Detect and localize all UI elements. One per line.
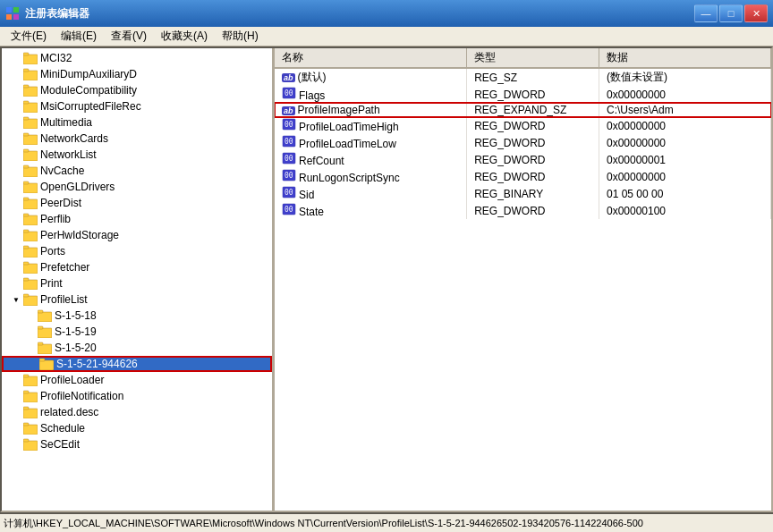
tree-item-label: Perflib (40, 213, 71, 225)
svg-rect-23 (23, 198, 29, 200)
svg-rect-16 (23, 151, 38, 161)
tree-item[interactable]: NvCache (2, 163, 272, 179)
tree-item[interactable]: PeerDist (2, 195, 272, 211)
cell-data: 0x00000001 (599, 151, 770, 168)
folder-icon (23, 68, 38, 80)
status-bar: 计算机\HKEY_LOCAL_MACHINE\SOFTWARE\Microsof… (0, 512, 773, 532)
tree-item[interactable]: S-1-5-21-944626 (2, 356, 272, 372)
tree-item[interactable]: S-1-5-18 (2, 308, 272, 324)
tree-item[interactable]: S-1-5-19 (2, 324, 272, 340)
minimize-button[interactable]: — (694, 4, 718, 22)
tree-item-label: Ports (40, 245, 65, 258)
svg-rect-45 (23, 375, 29, 377)
svg-rect-14 (23, 135, 38, 145)
svg-rect-35 (23, 294, 29, 297)
dword-reg-icon: 00 (282, 203, 296, 218)
menu-edit[interactable]: 编辑(E) (54, 27, 104, 46)
tree-item-label: MiniDumpAuxiliaryD (40, 68, 137, 80)
folder-icon (38, 309, 52, 322)
tree-item[interactable]: Ports (2, 243, 272, 259)
svg-text:00: 00 (285, 155, 293, 163)
svg-rect-4 (23, 55, 38, 64)
tree-item[interactable]: PerHwIdStorage (2, 227, 272, 243)
tree-item[interactable]: MsiCorruptedFileRec (2, 98, 272, 114)
tree-item[interactable]: Print (2, 275, 272, 291)
tree-item-label: S-1-5-19 (55, 325, 97, 338)
cell-type: REG_DWORD (467, 117, 599, 134)
registry-values[interactable]: 名称 类型 数据 ab(默认)REG_SZ(数值未设置) 00 FlagsREG… (275, 48, 771, 511)
tree-item[interactable]: NetworkList (2, 147, 272, 163)
tree-item[interactable]: OpenGLDrivers (2, 179, 272, 195)
cell-type: REG_DWORD (467, 134, 599, 151)
svg-rect-39 (38, 326, 43, 329)
tree-item[interactable]: SeCEdit (2, 436, 272, 452)
col-name: 名称 (275, 48, 467, 68)
svg-rect-50 (23, 425, 38, 435)
tree-item[interactable]: ModuleCompatibility (2, 82, 272, 98)
tree-item[interactable]: S-1-5-20 (2, 340, 272, 356)
tree-item-label: NetworkCards (40, 132, 108, 145)
table-row[interactable]: 00 SidREG_BINARY01 05 00 00 (275, 185, 771, 202)
tree-item[interactable]: ▼ ProfileList (2, 291, 272, 308)
folder-icon (23, 52, 38, 64)
tree-item[interactable]: ProfileLoader (2, 372, 272, 388)
table-row[interactable]: 00 ProfileLoadTimeHighREG_DWORD0x0000000… (275, 117, 771, 134)
menu-view[interactable]: 查看(V) (104, 27, 154, 46)
svg-text:00: 00 (285, 189, 293, 197)
tree-item[interactable]: MCI32 (2, 50, 272, 66)
maximize-button[interactable]: □ (719, 4, 743, 22)
folder-icon (23, 261, 38, 274)
tree-item-label: OpenGLDrivers (40, 181, 115, 193)
svg-rect-6 (23, 71, 38, 80)
tree-item-label: related.desc (40, 406, 98, 418)
svg-rect-20 (23, 183, 38, 193)
tree-item[interactable]: MiniDumpAuxiliaryD (2, 66, 272, 82)
close-button[interactable]: ✕ (744, 4, 768, 22)
tree-item[interactable]: Multimedia (2, 114, 272, 131)
svg-rect-12 (23, 119, 38, 129)
tree-item-label: ProfileList (40, 293, 88, 306)
table-row[interactable]: 00 RefCountREG_DWORD0x00000001 (275, 151, 771, 168)
table-row[interactable]: 00 ProfileLoadTimeLowREG_DWORD0x00000000 (275, 134, 771, 151)
table-row[interactable]: 00 RunLogonScriptSyncREG_DWORD0x00000000 (275, 168, 771, 185)
tree-item[interactable]: Schedule (2, 420, 272, 436)
table-row[interactable]: abProfileImagePathREG_EXPAND_SZC:\Users\… (275, 103, 771, 117)
svg-rect-22 (23, 199, 38, 209)
menu-file[interactable]: 文件(E) (4, 27, 54, 46)
table-row[interactable]: 00 StateREG_DWORD0x00000100 (275, 202, 771, 219)
svg-rect-41 (38, 342, 43, 345)
tree-item[interactable]: Perflib (2, 211, 272, 227)
tree-item-label: ProfileNotification (40, 390, 123, 402)
tree-item[interactable]: NetworkCards (2, 131, 272, 147)
folder-icon (38, 342, 52, 354)
menu-favorites[interactable]: 收藏夹(A) (154, 27, 215, 46)
folder-icon (23, 181, 38, 193)
registry-tree[interactable]: MCI32 MiniDumpAuxiliaryD ModuleCompatibi… (2, 48, 275, 511)
menu-help[interactable]: 帮助(H) (215, 27, 266, 46)
tree-item-label: NvCache (40, 165, 84, 177)
cell-name: 00 Flags (275, 86, 467, 103)
col-type: 类型 (467, 48, 599, 68)
tree-item[interactable]: Prefetcher (2, 259, 272, 275)
table-row[interactable]: ab(默认)REG_SZ(数值未设置) (275, 68, 771, 86)
svg-rect-28 (23, 248, 38, 258)
folder-icon (23, 213, 38, 225)
tree-item-label: S-1-5-18 (55, 309, 97, 322)
svg-rect-52 (23, 441, 38, 451)
tree-item-label: PerHwIdStorage (40, 229, 119, 241)
folder-icon (23, 148, 38, 161)
cell-name: 00 State (275, 202, 467, 219)
tree-item-label: ModuleCompatibility (40, 84, 137, 97)
svg-rect-32 (23, 280, 38, 290)
tree-item[interactable]: ProfileNotification (2, 388, 272, 404)
cell-type: REG_SZ (467, 68, 599, 86)
dword-reg-icon: 00 (282, 169, 296, 184)
window-title: 注册表编辑器 (25, 6, 694, 21)
table-row[interactable]: 00 FlagsREG_DWORD0x00000000 (275, 86, 771, 103)
folder-icon (23, 277, 38, 290)
tree-item-label: ProfileLoader (40, 374, 104, 386)
svg-rect-26 (23, 232, 38, 241)
tree-item-label: S-1-5-20 (55, 342, 97, 354)
svg-rect-15 (23, 133, 29, 136)
tree-item[interactable]: related.desc (2, 404, 272, 420)
